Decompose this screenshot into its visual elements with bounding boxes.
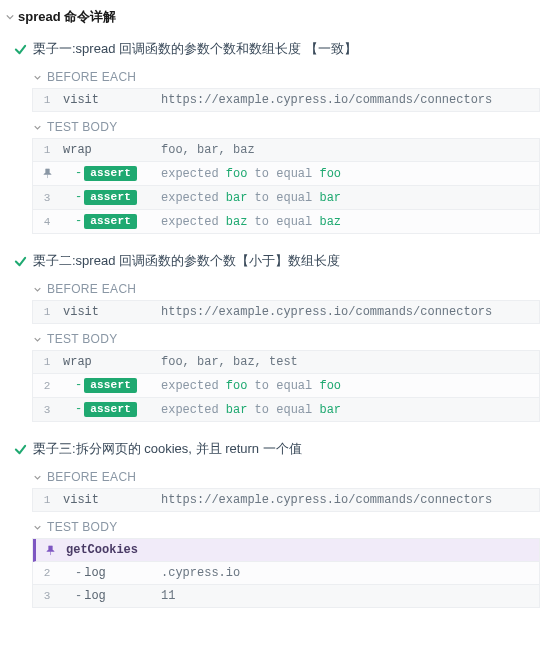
command-row[interactable]: 1visithttps://example.cypress.io/command… [33,301,539,324]
command-row[interactable]: 3-assertexpected bar to equal bar [33,186,539,210]
command-row[interactable]: 1wrapfoo, bar, baz [33,139,539,162]
command-table: 1wrapfoo, bar, baz, test2-assertexpected… [32,350,540,422]
caret-down-icon [34,74,41,81]
section-label: BEFORE EACH [47,470,136,484]
command-name: -log [61,562,157,584]
command-table: getCookies2-log.cypress.io3-log11 [32,538,540,608]
command-name: -assert [61,186,157,209]
test-block: 栗子一:spread 回调函数的参数个数和数组长度 【一致】BEFORE EAC… [0,34,548,234]
test-body: BEFORE EACH1visithttps://example.cypress… [10,64,548,234]
row-number: 4 [33,212,61,232]
section-header[interactable]: TEST BODY [32,326,540,350]
assert-badge: assert [84,402,137,417]
command-row[interactable]: 1visithttps://example.cypress.io/command… [33,489,539,512]
test-body: BEFORE EACH1visithttps://example.cypress… [10,276,548,422]
row-number: 1 [33,352,61,372]
command-table: 1wrapfoo, bar, baz-assertexpected foo to… [32,138,540,234]
test-header[interactable]: 栗子一:spread 回调函数的参数个数和数组长度 【一致】 [10,34,548,64]
section-header[interactable]: TEST BODY [32,114,540,138]
caret-down-icon [34,474,41,481]
caret-down-icon [6,13,14,21]
command-table: 1visithttps://example.cypress.io/command… [32,88,540,112]
command-message: expected foo to equal foo [157,163,539,185]
command-message: 11 [157,585,539,607]
command-name: getCookies [64,539,144,561]
command-row[interactable]: 2-log.cypress.io [33,562,539,585]
row-number: 3 [33,188,61,208]
command-row[interactable]: 3-log11 [33,585,539,608]
row-number: 1 [33,140,61,160]
section-header[interactable]: BEFORE EACH [32,464,540,488]
command-name: -assert [61,374,157,397]
test-block: 栗子三:拆分网页的 cookies, 并且 return 一个值BEFORE E… [0,434,548,608]
check-icon [14,43,27,56]
section-header[interactable]: BEFORE EACH [32,64,540,88]
command-message: expected bar to equal bar [157,187,539,209]
row-number: 3 [33,400,61,420]
test-title: 栗子三:拆分网页的 cookies, 并且 return 一个值 [33,440,302,458]
row-number: 2 [33,376,61,396]
command-row[interactable]: getCookies [33,539,539,562]
section-label: TEST BODY [47,332,118,346]
assert-badge: assert [84,214,137,229]
command-row[interactable]: 3-assertexpected bar to equal bar [33,398,539,422]
command-name: visit [61,89,157,111]
test-block: 栗子二:spread 回调函数的参数个数【小于】数组长度BEFORE EACH1… [0,246,548,422]
row-number: 1 [33,302,61,322]
caret-down-icon [34,336,41,343]
row-number: 1 [33,490,61,510]
command-message: foo, bar, baz, test [157,351,539,373]
command-message: https://example.cypress.io/commands/conn… [157,301,539,323]
section-header[interactable]: TEST BODY [32,514,540,538]
command-name: -assert [61,162,157,185]
command-row[interactable]: 2-assertexpected foo to equal foo [33,374,539,398]
command-message: https://example.cypress.io/commands/conn… [157,489,539,511]
assert-badge: assert [84,166,137,181]
caret-down-icon [34,124,41,131]
section-label: BEFORE EACH [47,282,136,296]
section-header[interactable]: BEFORE EACH [32,276,540,300]
test-title: 栗子一:spread 回调函数的参数个数和数组长度 【一致】 [33,40,357,58]
assert-badge: assert [84,190,137,205]
pin-icon[interactable] [36,545,64,556]
section-label: TEST BODY [47,120,118,134]
command-message: expected bar to equal bar [157,399,539,421]
command-row[interactable]: -assertexpected foo to equal foo [33,162,539,186]
test-title: 栗子二:spread 回调函数的参数个数【小于】数组长度 [33,252,340,270]
command-name: visit [61,301,157,323]
section-label: BEFORE EACH [47,70,136,84]
test-header[interactable]: 栗子三:拆分网页的 cookies, 并且 return 一个值 [10,434,548,464]
caret-down-icon [34,286,41,293]
row-number: 3 [33,586,61,606]
assert-badge: assert [84,378,137,393]
command-name: wrap [61,351,157,373]
command-message: .cypress.io [157,562,539,584]
row-number: 1 [33,90,61,110]
command-name: -assert [61,210,157,233]
check-icon [14,255,27,268]
caret-down-icon [34,524,41,531]
suite-title-text: spread 命令详解 [18,8,116,26]
command-row[interactable]: 1wrapfoo, bar, baz, test [33,351,539,374]
command-table: 1visithttps://example.cypress.io/command… [32,488,540,512]
command-message: https://example.cypress.io/commands/conn… [157,89,539,111]
row-number: 2 [33,563,61,583]
check-icon [14,443,27,456]
command-name: -log [61,585,157,607]
command-row[interactable]: 4-assertexpected baz to equal baz [33,210,539,234]
command-message: expected baz to equal baz [157,211,539,233]
suite-title[interactable]: spread 命令详解 [0,6,548,34]
test-body: BEFORE EACH1visithttps://example.cypress… [10,464,548,608]
command-message: foo, bar, baz [157,139,539,161]
command-name: visit [61,489,157,511]
command-row[interactable]: 1visithttps://example.cypress.io/command… [33,89,539,112]
command-name: -assert [61,398,157,421]
test-header[interactable]: 栗子二:spread 回调函数的参数个数【小于】数组长度 [10,246,548,276]
command-table: 1visithttps://example.cypress.io/command… [32,300,540,324]
pin-icon[interactable] [33,168,61,179]
command-message: expected foo to equal foo [157,375,539,397]
command-name: wrap [61,139,157,161]
section-label: TEST BODY [47,520,118,534]
